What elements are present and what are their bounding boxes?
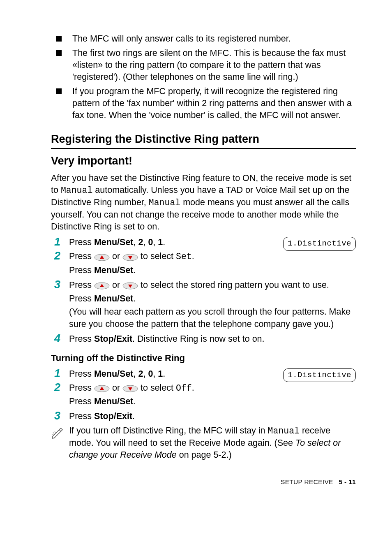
lcd-display: 1.Distinctive (283, 237, 356, 251)
sub-heading: Very important! (51, 155, 356, 167)
note-row: If you turn off Distinctive Ring, the MF… (51, 425, 356, 461)
section-heading: Registering the Distinctive Ring pattern (51, 133, 356, 149)
lcd-display: 1.Distinctive (283, 368, 356, 382)
mono-text: Manual (149, 198, 180, 208)
text: or (112, 280, 122, 290)
key-label: 1 (158, 237, 163, 247)
key-label: Menu/Set (94, 294, 134, 303)
step-row: 2 Press or to select Set. Press Menu/Set… (51, 250, 356, 277)
intro-paragraph: After you have set the Distinctive Ring … (51, 172, 356, 233)
key-label: 2 (138, 237, 143, 247)
text: Press (69, 251, 94, 261)
text: to select (141, 251, 176, 261)
key-label: 0 (148, 237, 153, 247)
bullet-item: The first two rings are silent on the MF… (51, 47, 356, 83)
text: to select (141, 383, 176, 393)
up-arrow-button-icon (94, 382, 110, 394)
page-number: 5 - 11 (339, 478, 356, 485)
minor-heading: Turning off the Distinctive Ring (51, 353, 356, 364)
text: , (153, 369, 158, 379)
step-number: 3 (51, 410, 69, 422)
text: on page 5-2.) (177, 450, 232, 460)
text: If you turn off Distinctive Ring, the MF… (69, 426, 268, 436)
step-number: 4 (51, 333, 69, 345)
text: Press (69, 237, 94, 247)
text: or (112, 251, 122, 261)
text: to select the stored ring pattern you wa… (141, 280, 329, 290)
step-row: 1 Press Menu/Set, 2, 0, 1. 1.Distinctive (51, 236, 356, 248)
mono-text: Manual (61, 185, 92, 195)
step-number: 1 (51, 236, 69, 248)
step-row: 1 Press Menu/Set, 2, 0, 1. 1.Distinctive (51, 368, 356, 380)
text: Press (69, 369, 94, 379)
down-arrow-button-icon (122, 279, 138, 292)
text: , (134, 237, 138, 247)
key-label: 0 (148, 369, 153, 379)
up-arrow-button-icon (94, 279, 110, 292)
mono-text: Manual (268, 426, 300, 436)
text: . Distinctive Ring is now set to on. (132, 334, 264, 344)
key-label: Menu/Set (94, 237, 134, 247)
key-label: Stop/Exit (94, 411, 132, 421)
step-number: 2 (51, 382, 69, 394)
text: . (163, 369, 165, 379)
step-number: 3 (51, 279, 69, 291)
key-label: 2 (138, 369, 143, 379)
text: . (134, 265, 136, 275)
square-bullet-icon (56, 50, 62, 56)
step-body: Press Stop/Exit. Distinctive Ring is now… (69, 333, 356, 345)
key-label: Menu/Set (94, 265, 134, 275)
text: , (134, 369, 138, 379)
step-row: 2 Press or to select Off. Press Menu/Set… (51, 382, 356, 408)
bullet-item: If you program the MFC properly, it will… (51, 86, 356, 121)
bullet-text: If you program the MFC properly, it will… (72, 86, 356, 121)
step-row: 3 Press or to select the stored ring pat… (51, 279, 356, 331)
text: , (143, 237, 148, 247)
step-note: (You will hear each pattern as you scrol… (69, 306, 356, 330)
bullet-text: The MFC will only answer calls to its re… (72, 33, 356, 45)
mono-text: Off (176, 383, 192, 393)
step-body: Press or to select Set. Press Menu/Set. (69, 250, 356, 277)
bullet-list: The MFC will only answer calls to its re… (51, 33, 356, 121)
step-row: 4 Press Stop/Exit. Distinctive Ring is n… (51, 333, 356, 345)
down-arrow-button-icon (122, 251, 138, 263)
key-label: Stop/Exit (94, 334, 132, 344)
step-number: 1 (51, 368, 69, 380)
text: Press (69, 383, 94, 393)
text: . (163, 237, 165, 247)
step-body: Press Stop/Exit. (69, 410, 356, 422)
text: Press (69, 280, 94, 290)
footer-label: SETUP RECEIVE (281, 478, 333, 485)
text: Press (69, 265, 94, 275)
mono-text: Set (176, 252, 192, 262)
step-row: 3 Press Stop/Exit. (51, 410, 356, 422)
text: . (134, 396, 136, 406)
text: or (112, 383, 122, 393)
square-bullet-icon (56, 36, 62, 42)
step-body: Press or to select the stored ring patte… (69, 279, 356, 331)
text: Press (69, 396, 94, 406)
note-icon (51, 425, 66, 442)
note-body: If you turn off Distinctive Ring, the MF… (69, 425, 356, 461)
page-footer: SETUP RECEIVE 5 - 11 (51, 478, 356, 486)
bullet-item: The MFC will only answer calls to its re… (51, 33, 356, 45)
step-body: Press or to select Off. Press Menu/Set. (69, 382, 356, 408)
text: Press (69, 411, 94, 421)
bullet-text: The first two rings are silent on the MF… (72, 47, 356, 83)
square-bullet-icon (56, 88, 62, 94)
text: Press (69, 334, 94, 344)
text: , (153, 237, 158, 247)
text: Press (69, 294, 94, 303)
down-arrow-button-icon (122, 382, 138, 394)
key-label: 1 (158, 369, 163, 379)
key-label: Menu/Set (94, 396, 134, 406)
text: . (132, 411, 135, 421)
key-label: Menu/Set (94, 369, 134, 379)
up-arrow-button-icon (94, 251, 110, 263)
text: . (134, 294, 136, 303)
step-number: 2 (51, 250, 69, 262)
text: . (192, 251, 194, 261)
text: , (143, 369, 148, 379)
text: . (192, 383, 194, 393)
